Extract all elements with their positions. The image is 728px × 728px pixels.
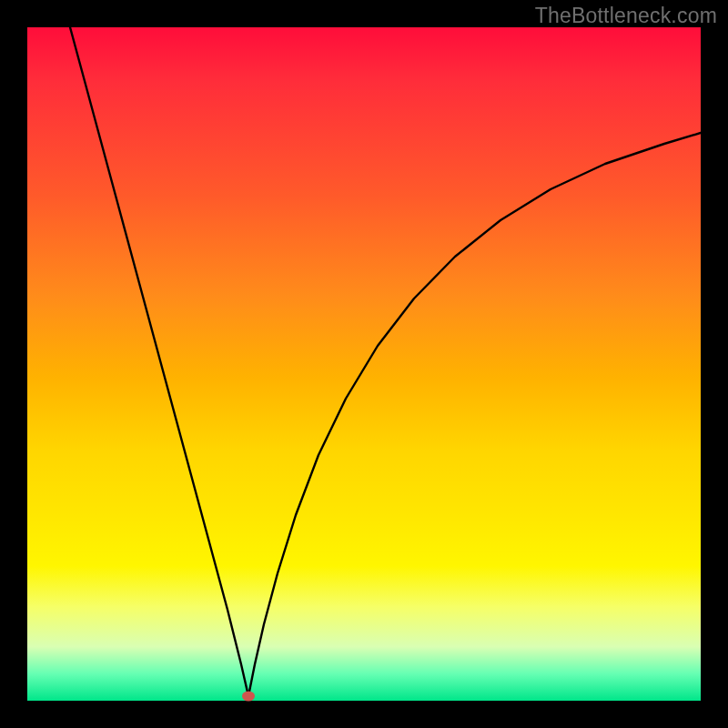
chart-frame: TheBottleneck.com [0, 0, 728, 728]
valley-marker [242, 692, 255, 702]
bottleneck-curve [27, 27, 701, 701]
watermark-text: TheBottleneck.com [535, 4, 717, 28]
plot-area [27, 27, 701, 701]
curve-path [70, 27, 701, 696]
